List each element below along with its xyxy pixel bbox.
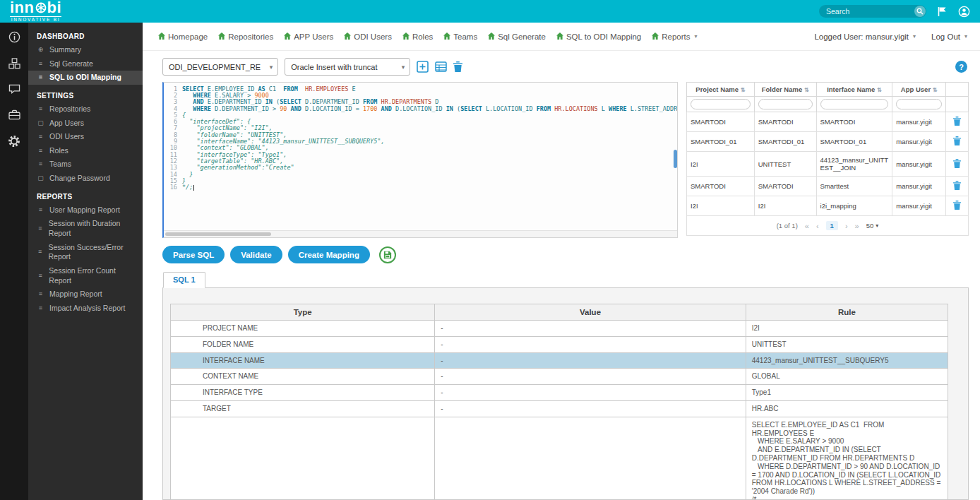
current-page-button[interactable]: 1	[826, 221, 838, 230]
result-row[interactable]: CONTEXT NAME-GLOBAL	[171, 369, 948, 385]
chat-icon[interactable]	[8, 84, 20, 95]
list-icon: ≡	[37, 133, 44, 141]
search-icon[interactable]	[914, 6, 926, 17]
editor-line: 13 "generationMethod":"Create"	[164, 165, 677, 171]
sort-icon[interactable]: ⇅	[741, 87, 746, 93]
sidebar-item-summary[interactable]: ⊕Summary	[28, 43, 143, 57]
mapping-row[interactable]: SMARTODISMARTODISMARTODImansur.yigit	[687, 112, 969, 132]
app-user-cell: mansur.yigit	[892, 132, 946, 152]
sidebar-item-sql-to-odi-mapping[interactable]: ≡SQL to ODI Mapping	[28, 71, 143, 85]
sidebar-item-session-success-error-report[interactable]: ≡Session Success/Error Report	[28, 241, 143, 264]
insert-type-select[interactable]: Oracle Insert with truncat	[285, 58, 410, 76]
column-header-folder-name[interactable]: Folder Name ⇅	[754, 83, 816, 97]
column-header-interface-name[interactable]: Interface Name ⇅	[816, 83, 892, 97]
logout-menu[interactable]: Log Out▾	[931, 32, 967, 41]
delete-mapping-button[interactable]	[953, 201, 961, 210]
result-row[interactable]: TARGET-HR.ABC	[171, 400, 948, 417]
sql-editor[interactable]: 1SELECT E.EMPLOYEE_ID AS C1 FROM HR.EMPL…	[162, 82, 678, 238]
scrollbar-thumb[interactable]	[165, 232, 271, 236]
table-icon[interactable]	[435, 61, 447, 72]
sidebar-item-odi-users[interactable]: ≡ODI Users	[28, 130, 143, 144]
repository-select[interactable]: ODI_DEVELOPMENT_RE	[162, 58, 278, 76]
info-icon[interactable]	[8, 31, 20, 43]
nav-item-roles[interactable]: Roles	[402, 32, 433, 41]
next-page-button[interactable]: ›	[845, 222, 848, 230]
sidebar-item-repositories[interactable]: ≡Repositories	[28, 102, 143, 117]
column-header-app-user[interactable]: App User ⇅	[892, 83, 946, 97]
nav-item-odi-users[interactable]: ODI Users	[344, 32, 392, 41]
value-cell: -	[435, 336, 746, 352]
sidebar-item-app-users[interactable]: ▢App Users	[28, 117, 143, 131]
last-page-button[interactable]: »	[855, 222, 859, 230]
sort-icon[interactable]: ⇅	[933, 87, 938, 93]
nav-item-repositories[interactable]: Repositories	[218, 32, 273, 41]
first-page-button[interactable]: «	[805, 222, 809, 230]
sidebar-item-mapping-report[interactable]: ≡Mapping Report	[28, 287, 143, 302]
delete-mapping-button[interactable]	[953, 136, 961, 145]
mapping-row[interactable]: SMARTODISMARTODISmarttestmansur.yigit	[687, 177, 969, 196]
sort-icon[interactable]: ⇅	[877, 87, 882, 93]
prev-page-button[interactable]: ‹	[816, 222, 819, 230]
filter-input-project-name[interactable]	[691, 99, 751, 109]
save-icon[interactable]	[379, 246, 396, 263]
result-row[interactable]: FOLDER NAME-UNITTEST	[171, 336, 948, 352]
help-icon[interactable]: ?	[955, 61, 967, 73]
briefcase-icon[interactable]	[8, 109, 20, 120]
desktop-icon: ▢	[37, 119, 44, 128]
sidebar-item-roles[interactable]: ≡Roles	[28, 144, 143, 158]
filter-input-interface-name[interactable]	[820, 99, 889, 109]
filter-input-folder-name[interactable]	[758, 99, 813, 109]
top-nav: HomepageRepositoriesAPP UsersODI UsersRo…	[143, 23, 980, 51]
sidebar-item-impact-analysis-report[interactable]: ≡Impact Analysis Report	[28, 302, 143, 316]
result-row[interactable]: PROJECT NAME-I2I	[171, 321, 948, 337]
delete-mapping-button[interactable]	[953, 117, 961, 126]
logged-user-menu[interactable]: Logged User: mansur.yigit▾	[814, 32, 916, 41]
trash-icon[interactable]	[453, 61, 462, 72]
nav-item-reports[interactable]: Reports▾	[652, 32, 697, 41]
sidebar-item-user-mapping-report[interactable]: ≡User Mapping Report	[28, 203, 143, 218]
page-size-select[interactable]: 50	[866, 222, 879, 230]
sidebar-item-session-error-count-report[interactable]: ≡Session Error Count Report	[28, 264, 143, 287]
result-row[interactable]: INTERFACE TYPE-Type1	[171, 385, 948, 401]
flag-icon[interactable]	[938, 6, 947, 17]
chevron-down-icon: ▾	[913, 33, 916, 40]
add-icon[interactable]	[417, 61, 429, 73]
editor-line: 1SELECT E.EMPLOYEE_ID AS C1 FROM HR.EMPL…	[164, 85, 677, 92]
validate-button[interactable]: Validate	[230, 246, 282, 263]
delete-mapping-button[interactable]	[953, 159, 961, 168]
nav-item-label: ODI Users	[354, 32, 392, 41]
delete-mapping-button[interactable]	[953, 181, 961, 190]
result-row[interactable]: INTERFACE NAME-44123_mansur_UNITTEST__SU…	[171, 352, 948, 369]
sidebar-item-sql-generate[interactable]: ≡Sql Generate	[28, 57, 143, 71]
sidebar-item-session-with-duration-report[interactable]: ≡Session with Duration Report	[28, 217, 143, 240]
create-mapping-button[interactable]: Create Mapping	[288, 246, 370, 263]
nav-item-app-users[interactable]: APP Users	[284, 32, 333, 41]
horizontal-scrollbar[interactable]	[164, 230, 677, 237]
sort-icon[interactable]: ⇅	[804, 87, 809, 93]
nav-item-teams[interactable]: Teams	[443, 32, 477, 41]
mapping-row[interactable]: SMARTODI_01SMARTODI_01SMARTODI_01mansur.…	[687, 132, 969, 152]
user-account-icon[interactable]	[958, 6, 970, 18]
filter-input-app-user[interactable]	[896, 99, 942, 109]
nav-item-homepage[interactable]: Homepage	[158, 32, 208, 41]
mapping-row[interactable]: I2II2Ii2i_mappingmansur.yigit	[687, 196, 969, 216]
interface-cell: 44123_mansur_UNITTEST__JOIN	[816, 152, 892, 177]
modules-icon[interactable]	[8, 58, 20, 69]
splitter-handle[interactable]	[674, 150, 677, 168]
mapping-row[interactable]: I2IUNITTEST44123_mansur_UNITTEST__JOINma…	[687, 152, 969, 177]
sidebar-item-teams[interactable]: ≡Teams	[28, 157, 143, 172]
gear-icon[interactable]	[8, 135, 20, 148]
folder-cell: SMARTODI_01	[754, 132, 816, 152]
tab-sql-1[interactable]: SQL 1	[163, 272, 205, 288]
nav-item-sql-to-odi-mapping[interactable]: SQL to ODI Mapping	[556, 32, 641, 41]
column-header-project-name[interactable]: Project Name ⇅	[687, 83, 755, 97]
home-icon	[443, 32, 450, 41]
sidebar-item-change-password[interactable]: ▢Change Password	[28, 172, 143, 186]
editor-line: 6 "interfaceDef": {	[164, 118, 677, 124]
search-box	[819, 5, 926, 18]
result-row[interactable]: SELECT E.EMPLOYEE_ID AS C1 FROM HR.EMPLO…	[171, 417, 948, 500]
sidebar: DASHBOARD⊕Summary≡Sql Generate≡SQL to OD…	[28, 23, 143, 500]
search-input[interactable]	[819, 7, 926, 16]
nav-item-sql-generate[interactable]: Sql Generate	[488, 32, 546, 41]
parse-sql-button[interactable]: Parse SQL	[162, 246, 225, 263]
